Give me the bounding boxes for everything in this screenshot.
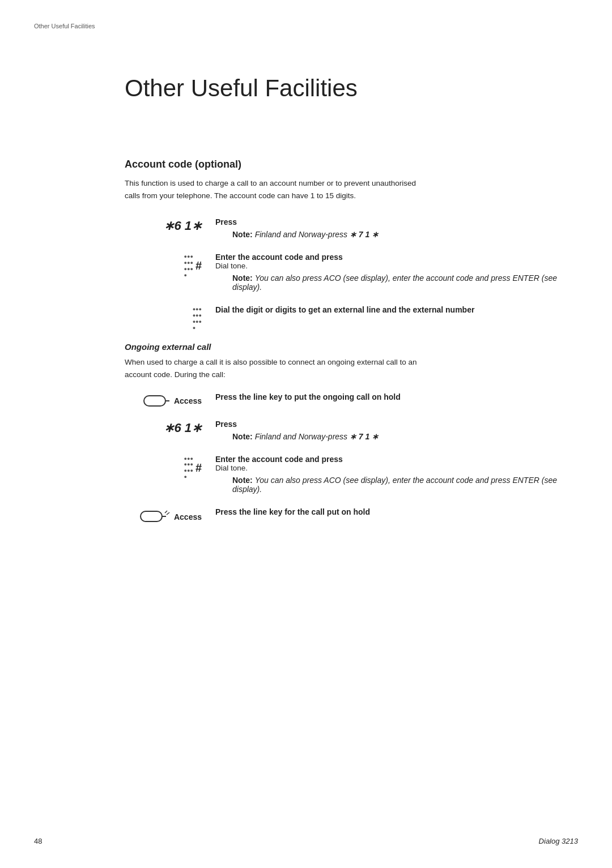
ongoing-instruction-row-1: Access Press the line key to put the ong… xyxy=(125,392,578,408)
section-account-code: Account code (optional) This function is… xyxy=(125,159,578,525)
icon-cell-keypad-only: ●●● ●●● ●●● ● xyxy=(125,305,215,331)
section-description: This function is used to charge a call t… xyxy=(125,177,419,202)
dial-digit-label: Dial the digit or digits to get an exter… xyxy=(215,305,578,314)
instruction-row-3: ●●● ●●● ●●● ● Dial the digit or digits t… xyxy=(125,305,578,331)
text-cell-ongoing-2: Press Note: Finland and Norway-press ∗ 7… xyxy=(215,420,578,443)
note-code-1: ∗ 7 1 ∗ xyxy=(350,230,379,239)
star-6-1-star-icon-2: ∗6 1∗ xyxy=(164,421,202,435)
line-key-access-group-2: Access xyxy=(140,508,202,525)
note-block-2: Note: You can also press ACO (see displa… xyxy=(215,273,578,292)
svg-rect-2 xyxy=(141,511,162,521)
icon-cell-keypad-hash-2: ●●● ●●● ●●● ● # xyxy=(125,455,215,480)
ongoing-action-label-1: Press the line key to put the ongoing ca… xyxy=(215,392,578,401)
line-key-access-group-1: Access xyxy=(143,394,202,408)
icon-cell-keypad-hash: ●●● ●●● ●●● ● # xyxy=(125,253,215,278)
page: Other Useful Facilities Other Useful Fac… xyxy=(0,0,612,868)
footer-page-number: 48 xyxy=(34,837,42,845)
text-cell-ongoing-4: Press the line key for the call put on h… xyxy=(215,507,578,516)
note-block-3: Note: Finland and Norway-press ∗ 7 1 ∗ xyxy=(215,432,578,441)
instruction-row-2: ●●● ●●● ●●● ● # Enter the account code a… xyxy=(125,253,578,294)
section-title: Account code (optional) xyxy=(125,159,578,170)
instruction-row-1: ∗6 1∗ Press Note: Finland and Norway-pre… xyxy=(125,217,578,241)
ongoing-description: When used to charge a call it is also po… xyxy=(125,356,419,380)
note-text-2: You can also press ACO (see display), en… xyxy=(232,273,557,292)
note-label-3: Note: xyxy=(232,432,253,441)
header-label: Other Useful Facilities xyxy=(34,23,578,29)
note-label-2: Note: xyxy=(232,273,253,283)
press-label-1: Press xyxy=(215,217,237,226)
text-cell-1: Press Note: Finland and Norway-press ∗ 7… xyxy=(215,217,578,241)
dial-tone-text-1: Dial tone. xyxy=(215,262,578,270)
ongoing-instruction-row-2: ∗6 1∗ Press Note: Finland and Norway-pre… xyxy=(125,420,578,443)
ongoing-section: Ongoing external call When used to charg… xyxy=(125,342,578,525)
note-label-4: Note: xyxy=(232,476,253,485)
svg-rect-0 xyxy=(144,396,165,406)
line-key-svg-2 xyxy=(140,508,171,525)
text-cell-2: Enter the account code and press Dial to… xyxy=(215,253,578,294)
note-text-3: Finland and Norway-press xyxy=(255,432,350,441)
svg-line-4 xyxy=(165,511,167,513)
line-key-svg-1 xyxy=(143,394,171,408)
note-text-1: Finland and Norway-press xyxy=(255,230,350,239)
note-block-1: Note: Finland and Norway-press ∗ 7 1 ∗ xyxy=(215,230,578,239)
star-6-1-star-icon: ∗6 1∗ xyxy=(164,219,202,233)
icon-cell-access-2: Access xyxy=(125,507,215,525)
dots-grid-icon-3: ●●● ●●● ●●● ● xyxy=(184,456,193,480)
note-block-4: Note: You can also press ACO (see displa… xyxy=(215,476,578,494)
press-label-2: Press xyxy=(215,420,237,429)
page-title: Other Useful Facilities xyxy=(125,75,578,102)
text-cell-ongoing-1: Press the line key to put the ongoing ca… xyxy=(215,392,578,401)
text-cell-ongoing-3: Enter the account code and press Dial to… xyxy=(215,455,578,496)
text-cell-3: Dial the digit or digits to get an exter… xyxy=(215,305,578,314)
footer-model: Dialog 3213 xyxy=(539,837,578,845)
keypad-hash-icon-2: ●●● ●●● ●●● ● # xyxy=(184,456,202,480)
note-label-1: Note: xyxy=(232,230,253,239)
footer: 48 Dialog 3213 xyxy=(0,837,612,845)
svg-line-5 xyxy=(167,512,169,515)
icon-cell-star61star-2: ∗6 1∗ xyxy=(125,420,215,435)
hash-symbol-icon: # xyxy=(196,259,202,272)
ongoing-action-label-4: Press the line key for the call put on h… xyxy=(215,507,578,516)
hash-symbol-icon-2: # xyxy=(196,461,202,474)
ongoing-instruction-row-4: Access Press the line key for the call p… xyxy=(125,507,578,525)
dots-grid-icon-2: ●●● ●●● ●●● ● xyxy=(193,306,202,331)
ongoing-instruction-row-3: ●●● ●●● ●●● ● # Enter the account code a… xyxy=(125,455,578,496)
note-code-2: ∗ 7 1 ∗ xyxy=(350,432,379,441)
keypad-hash-icon: ●●● ●●● ●●● ● # xyxy=(184,254,202,278)
content-area: Account code (optional) This function is… xyxy=(125,159,578,525)
enter-account-label-1: Enter the account code and press xyxy=(215,253,578,262)
icon-cell-access-1: Access xyxy=(125,392,215,408)
enter-account-label-2: Enter the account code and press xyxy=(215,455,578,464)
access-label-1: Access xyxy=(174,396,202,405)
access-label-2: Access xyxy=(174,512,202,521)
dots-grid-icon: ●●● ●●● ●●● ● xyxy=(184,254,193,278)
ongoing-title: Ongoing external call xyxy=(125,342,578,352)
dial-tone-text-2: Dial tone. xyxy=(215,464,578,472)
note-text-4: You can also press ACO (see display), en… xyxy=(232,476,557,494)
icon-cell-star61star: ∗6 1∗ xyxy=(125,217,215,233)
